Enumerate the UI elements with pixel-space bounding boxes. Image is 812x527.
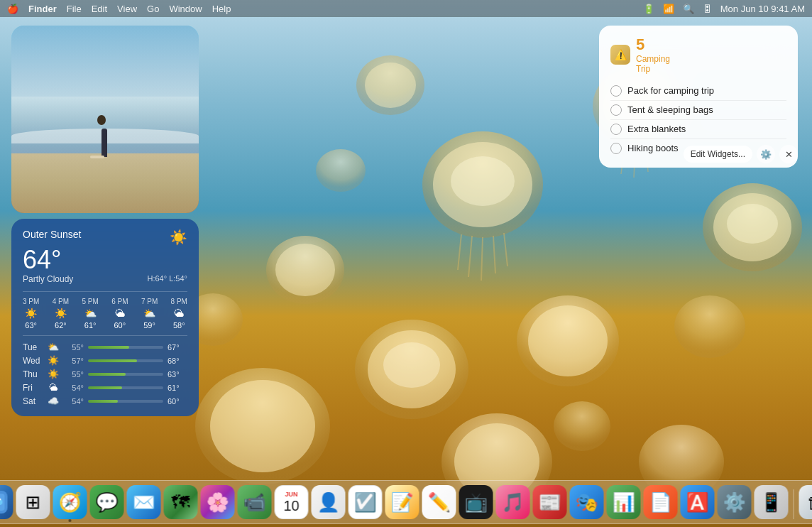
widget-settings-button[interactable]: ⚙️: [757, 145, 775, 163]
reminder-checkbox[interactable]: [610, 143, 622, 154]
weather-temperature: 64°: [23, 247, 187, 273]
menubar-window[interactable]: Window: [169, 4, 202, 14]
dock-calendar[interactable]: JUN 10: [275, 485, 309, 519]
dock-trash[interactable]: 🗑: [799, 485, 813, 519]
weather-hour-item: 4 PM ☀️ 62°: [53, 298, 69, 330]
reminder-item[interactable]: Tent & sleeping bags: [610, 101, 786, 120]
reminder-item[interactable]: Extra blankets: [610, 120, 786, 139]
svg-point-3: [451, 156, 515, 206]
menubar-datetime: Mon Jun 10 9:41 AM: [720, 4, 805, 14]
dock-icon: 📰: [539, 493, 561, 511]
reminder-item[interactable]: Pack for camping trip: [610, 82, 786, 101]
dock-icon: 🎵: [502, 493, 525, 511]
dock-icon: 🗑: [807, 493, 813, 511]
dock-calendar-day: 10: [283, 498, 299, 514]
weather-day-item: Tue ⛅ 55° 67°: [23, 342, 187, 352]
svg-point-19: [275, 244, 335, 296]
weather-day-item: Fri 🌥 54° 61°: [23, 382, 187, 393]
svg-point-26: [210, 380, 315, 472]
dock-icon: ✏️: [428, 493, 451, 511]
dock-icon: 🎭: [576, 493, 598, 511]
dock-icon: 🅰️: [686, 493, 709, 511]
svg-point-24: [528, 305, 608, 376]
dock-notes[interactable]: 📝: [385, 485, 419, 519]
reminder-text: Extra blankets: [627, 124, 686, 134]
dock-icon: ☑️: [354, 493, 377, 511]
dock-calendar-month: JUN: [285, 491, 297, 498]
menubar-go[interactable]: Go: [147, 4, 159, 14]
dock-messages[interactable]: 💬: [90, 485, 124, 519]
dock-pages[interactable]: 📄: [644, 485, 678, 519]
menubar-view[interactable]: View: [117, 4, 137, 14]
dock-icon: 📱: [760, 493, 783, 511]
dock-news[interactable]: 📰: [533, 485, 567, 519]
dock-photos[interactable]: 🌸: [201, 485, 235, 519]
dock-icon: 📝: [391, 493, 414, 511]
svg-point-31: [554, 401, 610, 451]
edit-widgets-button[interactable]: Edit Widgets...: [684, 146, 752, 163]
apple-menu[interactable]: 🍎: [7, 4, 18, 14]
dock-keynote[interactable]: 🎭: [570, 485, 604, 519]
dock-icon: 📺: [465, 493, 488, 511]
reminders-count: 5: [636, 36, 670, 54]
dock-separator: [794, 489, 794, 519]
dock-launchpad[interactable]: ⊞: [16, 485, 50, 519]
dock-icon: 👤: [317, 493, 340, 511]
dock-mail[interactable]: ✉️: [127, 485, 161, 519]
reminder-text: Tent & sleeping bags: [627, 104, 713, 115]
menubar-finder[interactable]: Finder: [28, 4, 57, 14]
dock-system-preferences[interactable]: ⚙️: [718, 485, 752, 519]
dock-icon: 📄: [649, 493, 672, 511]
dock-apple-tv[interactable]: 📺: [459, 485, 493, 519]
dock-icon: 🧭: [59, 493, 82, 511]
dock-music[interactable]: 🎵: [496, 485, 530, 519]
dock-app-store[interactable]: 🅰️: [681, 485, 715, 519]
dock-icon: ✉️: [133, 493, 155, 511]
dock-safari[interactable]: 🧭: [53, 485, 87, 519]
reminder-checkbox[interactable]: [610, 104, 622, 116]
reminders-list-name: CampingTrip: [636, 54, 670, 75]
weather-day-item: Thu ☀️ 55° 63°: [23, 369, 187, 379]
dock-running-dot: [69, 519, 72, 522]
menubar-help[interactable]: Help: [212, 4, 231, 14]
dock-finder[interactable]: [0, 485, 13, 519]
reminder-checkbox[interactable]: [610, 124, 622, 135]
svg-point-22: [383, 342, 440, 388]
dock-icon: ⊞: [26, 493, 41, 511]
svg-point-33: [674, 295, 745, 358]
menubar-search-icon[interactable]: 🔍: [683, 4, 694, 14]
menubar-file[interactable]: File: [67, 4, 82, 14]
weather-location: Outer Sunset: [23, 229, 82, 240]
reminder-text: Hiking boots: [627, 143, 679, 153]
dock-reminders[interactable]: ☑️: [349, 485, 383, 519]
dock-maps[interactable]: 🗺: [164, 485, 198, 519]
dock-iphone-mirroring[interactable]: 📱: [755, 485, 789, 519]
weather-hourly-forecast: 3 PM ☀️ 63° 4 PM ☀️ 62° 5 PM ⛅ 61° 6 PM …: [23, 291, 187, 336]
dock-icon: 💬: [96, 493, 119, 511]
dock-icon: 📊: [613, 493, 635, 511]
reminder-text: Pack for camping trip: [627, 85, 714, 96]
weather-hour-item: 6 PM 🌥 60°: [111, 298, 128, 330]
menubar-edit[interactable]: Edit: [92, 4, 107, 14]
weather-hour-item: 7 PM ⛅ 59°: [141, 298, 158, 330]
svg-point-32: [316, 149, 366, 192]
dock-contacts[interactable]: 👤: [312, 485, 346, 519]
dock-icon: 📹: [243, 493, 266, 511]
dock-facetime[interactable]: 📹: [238, 485, 272, 519]
dock-numbers[interactable]: 📊: [607, 485, 641, 519]
menubar-battery-icon[interactable]: 🔋: [643, 4, 654, 14]
menubar-control-center-icon[interactable]: 🎛: [703, 4, 712, 14]
dock-icon: 🌸: [207, 493, 229, 511]
svg-point-30: [365, 63, 416, 108]
menubar-wifi-icon[interactable]: 📶: [663, 4, 674, 14]
dock-freeform[interactable]: ✏️: [422, 485, 456, 519]
reminder-checkbox[interactable]: [610, 85, 622, 97]
weather-day-item: Wed ☀️ 57° 68°: [23, 355, 187, 366]
weather-hour-item: 8 PM 🌥 58°: [171, 298, 187, 330]
dock-icon: ⚙️: [723, 493, 746, 511]
weather-hour-item: 5 PM ⛅ 61°: [82, 298, 98, 330]
widget-controls: Edit Widgets... ⚙️ ✕: [684, 145, 798, 163]
weather-daily-forecast: Tue ⛅ 55° 67° Wed ☀️ 57° 68° Thu ☀️ 55° …: [23, 342, 187, 406]
widget-close-button[interactable]: ✕: [779, 145, 798, 163]
weather-condition-text: Partly Cloudy: [23, 274, 73, 284]
